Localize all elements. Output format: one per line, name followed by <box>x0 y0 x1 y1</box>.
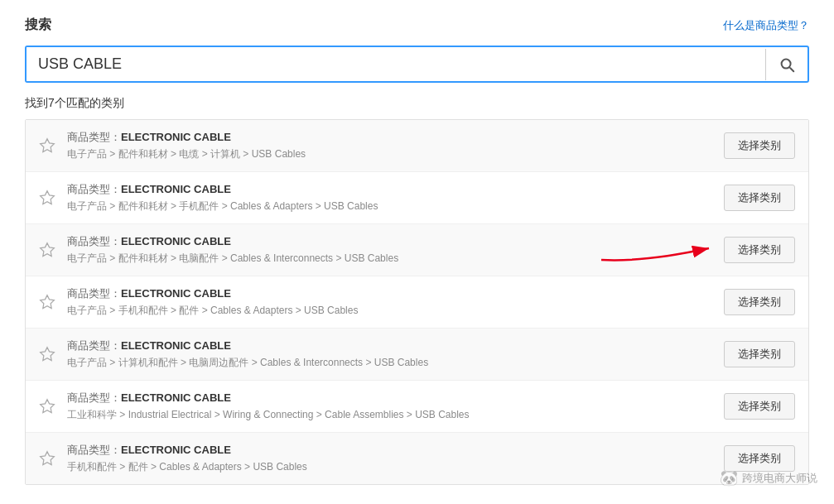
star-icon[interactable] <box>39 398 55 415</box>
item-content: 商品类型：ELECTRONIC CABLE电子产品 > 配件和耗材 > 电脑配件… <box>67 234 711 266</box>
item-path: 工业和科学 > Industrial Electrical > Wiring &… <box>67 408 711 422</box>
search-bar <box>25 46 809 83</box>
item-path: 电子产品 > 手机和配件 > 配件 > Cables & Adapters > … <box>67 304 711 318</box>
search-button[interactable] <box>765 49 807 80</box>
star-icon[interactable] <box>39 450 55 467</box>
type-prefix: 商品类型： <box>67 339 121 352</box>
select-category-button[interactable]: 选择类别 <box>724 393 795 420</box>
item-path: 电子产品 > 配件和耗材 > 电脑配件 > Cables & Interconn… <box>67 252 711 266</box>
item-content: 商品类型：ELECTRONIC CABLE电子产品 > 手机和配件 > 配件 >… <box>67 286 711 318</box>
item-content: 商品类型：ELECTRONIC CABLE电子产品 > 配件和耗材 > 电缆 >… <box>67 130 711 161</box>
item-type-label: 商品类型：ELECTRONIC CABLE <box>67 130 711 145</box>
top-bar: 搜索 什么是商品类型？ <box>25 17 809 34</box>
result-item: 商品类型：ELECTRONIC CABLE电子产品 > 计算机和配件 > 电脑周… <box>26 329 808 381</box>
type-prefix: 商品类型： <box>67 183 121 195</box>
result-item: 商品类型：ELECTRONIC CABLE电子产品 > 配件和耗材 > 手机配件… <box>26 172 808 224</box>
type-value: ELECTRONIC CABLE <box>121 391 231 404</box>
result-item: 商品类型：ELECTRONIC CABLE电子产品 > 配件和耗材 > 电缆 >… <box>26 120 808 172</box>
select-category-button[interactable]: 选择类别 <box>724 185 795 211</box>
select-category-button[interactable]: 选择类别 <box>724 445 795 472</box>
item-path: 电子产品 > 计算机和配件 > 电脑周边配件 > Cables & Interc… <box>67 356 711 370</box>
item-type-label: 商品类型：ELECTRONIC CABLE <box>67 338 711 353</box>
select-category-button[interactable]: 选择类别 <box>724 289 795 315</box>
result-count: 找到7个匹配的类别 <box>25 96 809 111</box>
type-value: ELECTRONIC CABLE <box>121 235 231 247</box>
star-icon[interactable] <box>39 137 55 154</box>
item-type-label: 商品类型：ELECTRONIC CABLE <box>67 182 711 197</box>
search-title: 搜索 <box>25 17 51 34</box>
item-content: 商品类型：ELECTRONIC CABLE手机和配件 > 配件 > Cables… <box>67 443 711 474</box>
item-type-label: 商品类型：ELECTRONIC CABLE <box>67 391 711 406</box>
type-prefix: 商品类型： <box>67 235 121 247</box>
result-item: 商品类型：ELECTRONIC CABLE手机和配件 > 配件 > Cables… <box>26 433 808 484</box>
star-icon[interactable] <box>39 346 55 362</box>
watermark: 🐼 跨境电商大师说 <box>720 469 817 487</box>
select-category-button[interactable]: 选择类别 <box>724 132 795 159</box>
result-item: 商品类型：ELECTRONIC CABLE电子产品 > 手机和配件 > 配件 >… <box>26 276 808 329</box>
type-prefix: 商品类型： <box>67 391 121 404</box>
item-content: 商品类型：ELECTRONIC CABLE电子产品 > 计算机和配件 > 电脑周… <box>67 338 711 370</box>
search-icon <box>778 55 796 74</box>
star-icon[interactable] <box>39 242 55 258</box>
main-container: 搜索 什么是商品类型？ 找到7个匹配的类别 商品类型：ELECTRONIC CA… <box>0 0 834 502</box>
result-item: 商品类型：ELECTRONIC CABLE工业和科学 > Industrial … <box>26 381 808 433</box>
item-type-label: 商品类型：ELECTRONIC CABLE <box>67 443 711 458</box>
select-category-button[interactable]: 选择类别 <box>724 341 795 367</box>
what-is-link[interactable]: 什么是商品类型？ <box>723 18 809 33</box>
type-prefix: 商品类型： <box>67 131 121 143</box>
item-path: 电子产品 > 配件和耗材 > 手机配件 > Cables & Adapters … <box>67 199 711 214</box>
type-prefix: 商品类型： <box>67 287 121 300</box>
type-value: ELECTRONIC CABLE <box>121 444 231 456</box>
watermark-text: 跨境电商大师说 <box>742 471 817 486</box>
type-prefix: 商品类型： <box>67 444 121 456</box>
type-value: ELECTRONIC CABLE <box>121 287 231 300</box>
item-path: 手机和配件 > 配件 > Cables & Adapters > USB Cab… <box>67 460 711 474</box>
item-type-label: 商品类型：ELECTRONIC CABLE <box>67 286 711 301</box>
item-content: 商品类型：ELECTRONIC CABLE电子产品 > 配件和耗材 > 手机配件… <box>67 182 711 214</box>
result-list: 商品类型：ELECTRONIC CABLE电子产品 > 配件和耗材 > 电缆 >… <box>25 119 809 485</box>
type-value: ELECTRONIC CABLE <box>121 339 231 352</box>
star-icon[interactable] <box>39 190 55 206</box>
star-icon[interactable] <box>39 294 55 310</box>
type-value: ELECTRONIC CABLE <box>121 131 231 143</box>
item-content: 商品类型：ELECTRONIC CABLE工业和科学 > Industrial … <box>67 391 711 422</box>
item-path: 电子产品 > 配件和耗材 > 电缆 > 计算机 > USB Cables <box>67 147 711 161</box>
search-input[interactable] <box>27 47 765 81</box>
item-type-label: 商品类型：ELECTRONIC CABLE <box>67 234 711 249</box>
type-value: ELECTRONIC CABLE <box>121 183 231 195</box>
select-category-button[interactable]: 选择类别 <box>724 237 795 263</box>
result-item: 商品类型：ELECTRONIC CABLE电子产品 > 配件和耗材 > 电脑配件… <box>26 224 808 276</box>
